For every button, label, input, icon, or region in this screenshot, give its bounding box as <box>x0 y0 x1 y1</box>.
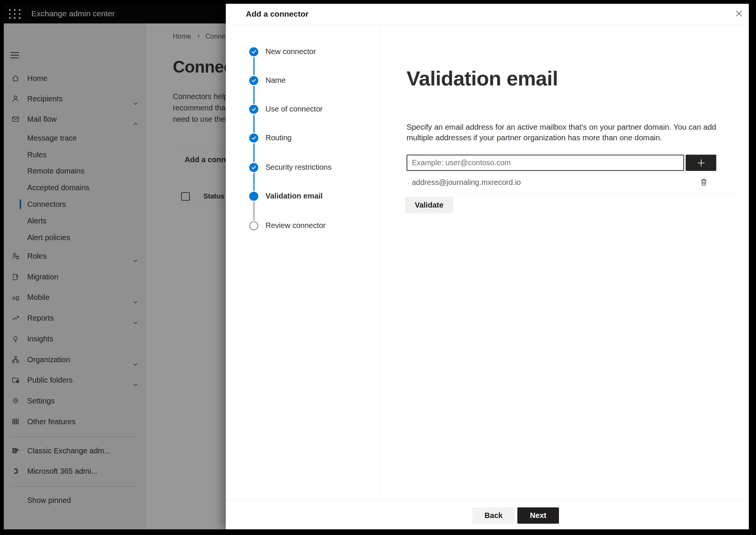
wizard-step[interactable]: New connector <box>226 43 377 60</box>
screen: Exchange admin center Home Recipients Ma… <box>4 4 749 529</box>
step-label: Validation email <box>265 192 323 200</box>
step-circle <box>249 163 258 172</box>
step-description-line: multiple addresses if your partner organ… <box>407 133 662 142</box>
step-circle <box>249 221 258 230</box>
step-label: Name <box>265 76 286 85</box>
add-email-button[interactable] <box>686 155 716 171</box>
address-value: address@journaling.mxrecord.io <box>412 178 521 187</box>
divider <box>226 500 749 500</box>
step-connector-line <box>253 86 255 104</box>
step-circle <box>249 47 258 56</box>
wizard-step[interactable]: Review connector <box>226 217 377 234</box>
panel-title: Add a connector <box>246 9 309 19</box>
step-description-line: Specify an email address for an active m… <box>407 123 716 132</box>
email-input[interactable] <box>407 155 684 171</box>
wizard-step[interactable]: Security restrictions <box>226 159 377 176</box>
step-connector-line <box>253 143 255 162</box>
step-heading: Validation email <box>407 67 558 90</box>
add-connector-panel: Add a connector New connector Name <box>226 4 749 529</box>
divider <box>380 25 380 500</box>
divider <box>406 193 741 193</box>
back-button[interactable]: Back <box>472 507 515 524</box>
address-row: address@journaling.mxrecord.io <box>406 173 741 193</box>
next-button[interactable]: Next <box>517 507 559 524</box>
divider <box>226 25 749 25</box>
step-circle <box>249 133 258 143</box>
step-circle <box>249 76 258 85</box>
wizard-step[interactable]: Routing <box>226 130 377 146</box>
step-label: Security restrictions <box>265 163 332 172</box>
step-circle <box>249 192 258 201</box>
wizard-step[interactable]: Validation email <box>226 188 377 205</box>
step-connector-line <box>253 202 255 220</box>
step-connector-line <box>253 57 255 75</box>
step-label: Review connector <box>265 221 326 230</box>
step-connector-line <box>253 173 255 191</box>
plus-icon <box>696 158 706 168</box>
validate-button[interactable]: Validate <box>405 197 453 213</box>
trash-icon[interactable] <box>699 178 709 188</box>
step-connector-line <box>253 115 255 133</box>
modal-dim-overlay <box>4 4 226 529</box>
step-label: Routing <box>265 133 292 142</box>
wizard-step[interactable]: Use of connector <box>226 101 377 118</box>
wizard-step[interactable]: Name <box>226 72 377 89</box>
step-label: Use of connector <box>265 105 323 113</box>
close-icon[interactable] <box>733 7 745 20</box>
step-label: New connector <box>265 47 316 56</box>
step-circle <box>249 105 258 114</box>
